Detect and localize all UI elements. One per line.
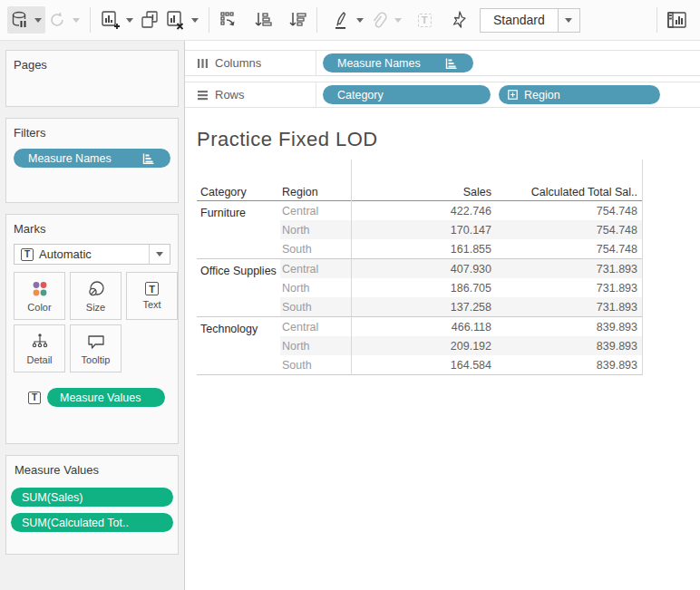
filters-title: Filters (14, 126, 170, 140)
fit-mode-caret[interactable] (558, 9, 579, 32)
tooltip-button[interactable]: Tooltip (70, 324, 122, 372)
toolbar-separator (209, 7, 209, 33)
header-category[interactable]: Category (197, 186, 280, 198)
measure-values-card: Measure Values SUM(Sales) SUM(Calculated… (5, 455, 179, 555)
toolbar-separator (90, 7, 91, 33)
data-source-caret[interactable] (34, 18, 42, 23)
marks-pill-measure-values[interactable]: Measure Values (47, 388, 165, 407)
worksheet-canvas: Columns Measure Names (185, 41, 700, 590)
header-region[interactable]: Region (280, 186, 351, 198)
sorted-list-icon (142, 153, 154, 164)
pages-shelf[interactable]: Pages (5, 50, 179, 107)
pane-divider (642, 160, 643, 375)
pin-icon[interactable] (447, 6, 471, 34)
expand-plus-icon[interactable] (508, 90, 518, 100)
rows-shelf[interactable]: Rows Category Region (185, 82, 700, 108)
swap-rows-columns-icon[interactable] (216, 6, 241, 34)
category-label[interactable]: Technology (197, 317, 280, 374)
table-row[interactable]: Central 422.746 754.748 (280, 201, 643, 220)
marks-card: Marks T Automatic Color (5, 214, 179, 444)
table-header-row: Category Region Sales Calculated Total S… (197, 184, 643, 201)
category-label[interactable]: Furniture (197, 201, 280, 258)
table-row[interactable]: South 161.855 754.748 (280, 239, 643, 258)
mark-type-dropdown[interactable]: T Automatic (14, 244, 170, 265)
table-row[interactable]: North 186.705 731.893 (280, 278, 643, 297)
table-row[interactable]: North 170.147 754.748 (280, 220, 643, 239)
detail-tree-icon (31, 333, 49, 351)
column-header-band (197, 160, 643, 184)
mark-type-value: Automatic (39, 247, 149, 261)
table-row[interactable]: South 164.584 839.893 (280, 355, 643, 374)
paperclip-caret (394, 18, 402, 23)
marks-title: Marks (14, 222, 170, 236)
sorted-list-icon (445, 58, 457, 69)
pill-sum-calculated-total[interactable]: SUM(Calculated Tot.. (11, 513, 173, 532)
rows-pill-category[interactable]: Category (323, 85, 491, 104)
category-group-office-supplies: Office Supplies Central 407.930 731.893 … (197, 259, 643, 317)
text-mark-icon: T (21, 248, 34, 261)
category-group-furniture: Furniture Central 422.746 754.748 North … (197, 201, 643, 259)
sheet-view: Practice Fixed LOD Category Region Sales… (185, 108, 700, 590)
sort-ascending-icon[interactable] (250, 6, 276, 34)
mark-type-caret[interactable] (149, 245, 170, 264)
header-calculated-total[interactable]: Calculated Total Sal.. (497, 186, 643, 198)
category-group-technology: Technology Central 466.118 839.893 North… (197, 317, 643, 375)
table-row[interactable]: Central 407.930 731.893 (280, 259, 643, 278)
detail-button[interactable]: Detail (14, 324, 65, 372)
rows-icon (197, 90, 209, 101)
duplicate-sheet-icon[interactable] (137, 6, 162, 34)
highlight-pen-icon[interactable] (329, 6, 353, 34)
rows-shelf-label: Rows (185, 82, 316, 107)
color-button[interactable]: Color (14, 272, 65, 320)
toolbar: T Standard (0, 0, 700, 41)
category-label[interactable]: Office Supplies (197, 259, 280, 316)
clear-sheet-caret[interactable] (191, 18, 199, 23)
clear-sheet-icon[interactable] (162, 6, 188, 34)
columns-shelf[interactable]: Columns Measure Names (185, 50, 700, 76)
crosstab-table: Category Region Sales Calculated Total S… (197, 160, 643, 375)
pages-title: Pages (14, 58, 170, 72)
data-source-icon[interactable] (7, 6, 31, 34)
table-row[interactable]: South 137.258 731.893 (280, 297, 643, 316)
show-me-icon[interactable] (664, 6, 691, 34)
filter-pill-measure-names[interactable]: Measure Names (14, 149, 170, 168)
size-button[interactable]: Size (70, 272, 122, 320)
new-worksheet-icon[interactable] (97, 6, 122, 34)
columns-shelf-label: Columns (185, 51, 316, 75)
columns-pill-measure-names[interactable]: Measure Names (323, 53, 473, 73)
refresh-icon (45, 6, 69, 34)
table-row[interactable]: Central 466.118 839.893 (280, 317, 643, 336)
fit-mode-dropdown[interactable]: Standard (480, 8, 580, 33)
filters-shelf[interactable]: Filters Measure Names (5, 118, 179, 203)
text-annotation-icon: T (413, 6, 436, 34)
text-button[interactable]: T Text (126, 272, 178, 320)
pane-divider (351, 160, 352, 375)
rows-pill-region[interactable]: Region (499, 85, 660, 104)
pill-sum-sales[interactable]: SUM(Sales) (11, 488, 173, 507)
new-worksheet-caret[interactable] (126, 18, 133, 23)
measure-values-title: Measure Values (11, 463, 173, 477)
data-source-button-group[interactable] (7, 6, 45, 34)
highlight-pen-caret[interactable] (356, 18, 364, 23)
toolbar-separator (656, 7, 657, 33)
text-mark-icon: T (145, 282, 159, 295)
paperclip-icon (367, 6, 391, 34)
sheet-title[interactable]: Practice Fixed LOD (197, 128, 700, 151)
table-row[interactable]: North 209.192 839.893 (280, 336, 643, 355)
refresh-caret (73, 18, 80, 23)
side-panel: Pages Filters Measure Names Marks T (0, 41, 185, 590)
fit-mode-value: Standard (481, 13, 558, 27)
columns-icon (197, 58, 209, 69)
header-sales[interactable]: Sales (351, 186, 497, 198)
tooltip-bubble-icon (86, 333, 106, 351)
color-dots-icon (31, 280, 49, 298)
toolbar-separator (316, 7, 317, 33)
size-circles-icon (86, 280, 106, 298)
text-mark-icon: T (28, 392, 41, 404)
sort-descending-icon[interactable] (285, 6, 310, 34)
